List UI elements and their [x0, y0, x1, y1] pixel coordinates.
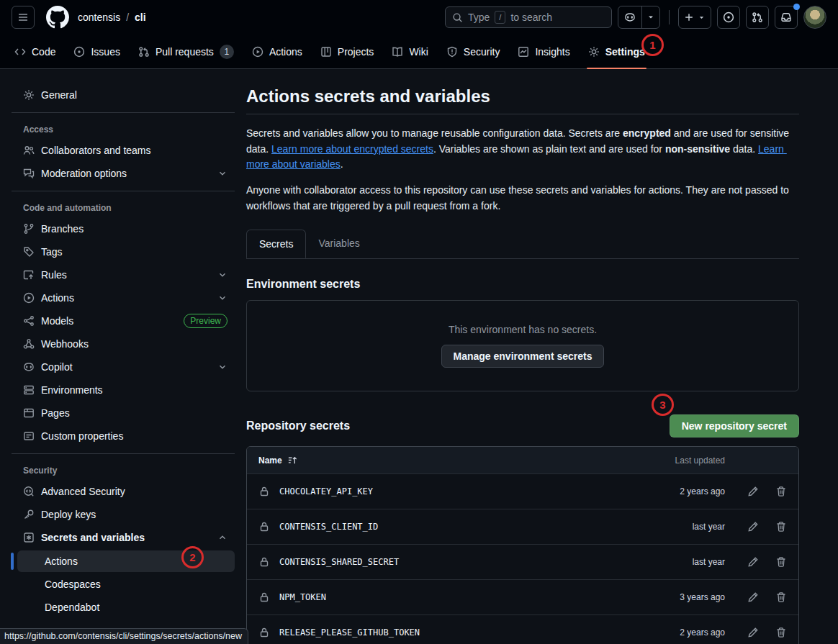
sidebar-item-label: Collaborators and teams: [41, 145, 151, 156]
tab-label: Actions: [269, 46, 302, 58]
topbar-divider: [669, 10, 670, 24]
copilot-split-button: [618, 6, 660, 29]
table-row: CONTENSIS_CLIENT_ID last year: [247, 509, 798, 544]
your-pull-requests-button[interactable]: [746, 6, 769, 29]
your-issues-button[interactable]: [717, 6, 740, 29]
tag-icon: [23, 246, 35, 258]
copilot-dropdown-button[interactable]: [641, 6, 659, 28]
tab-issues[interactable]: Issues: [68, 35, 125, 68]
sidebar-item-rules[interactable]: Rules: [12, 263, 235, 286]
manage-environment-secrets-button[interactable]: Manage environment secrets: [441, 345, 605, 368]
chevron-down-icon: [217, 270, 227, 280]
sidebar-item-environments[interactable]: Environments: [12, 378, 235, 402]
description-bold-non-sensitive: non-sensitive: [665, 143, 730, 155]
tab-label: Insights: [535, 46, 569, 58]
github-logo[interactable]: [46, 6, 69, 29]
column-last-updated-header: Last updated: [653, 455, 725, 466]
sidebar-item-label: Webhooks: [41, 338, 89, 350]
tab-wiki[interactable]: Wiki: [386, 35, 433, 68]
edit-secret-button[interactable]: [747, 627, 759, 638]
tab-insights[interactable]: Insights: [512, 35, 575, 68]
code-icon: [14, 46, 26, 58]
delete-secret-button[interactable]: [775, 486, 787, 497]
edit-secret-button[interactable]: [747, 486, 759, 497]
tab-pull-requests[interactable]: Pull requests 1: [132, 35, 240, 68]
sidebar-item-secrets-and-variables[interactable]: Secrets and variables: [12, 526, 235, 549]
sidebar-item-custom-properties[interactable]: Custom properties: [12, 425, 235, 448]
description-paragraph: Secrets and variables allow you to manag…: [246, 126, 799, 173]
breadcrumb-separator: /: [126, 12, 129, 23]
sidebar-subitem-codespaces[interactable]: Codespaces: [17, 573, 235, 595]
triangle-down-icon: [646, 13, 655, 22]
sidebar-item-webhooks[interactable]: Webhooks: [12, 332, 235, 355]
collaborator-paragraph: Anyone with collaborator access to this …: [246, 183, 799, 214]
plus-icon: [684, 12, 694, 22]
sidebar-item-moderation-options[interactable]: Moderation options: [12, 162, 235, 185]
delete-secret-button[interactable]: [775, 521, 787, 532]
tab-settings[interactable]: Settings: [582, 35, 651, 68]
delete-secret-button[interactable]: [775, 627, 787, 638]
link-encrypted-secrets[interactable]: Learn more about encrypted secrets: [271, 143, 433, 155]
sidebar-item-label: Rules: [41, 269, 67, 281]
sidebar-item-collaborators[interactable]: Collaborators and teams: [12, 139, 235, 162]
create-new-button[interactable]: [678, 6, 711, 29]
column-name-header: Name: [258, 455, 282, 466]
repo-nav: Code Issues Pull requests 1 Actions Proj…: [0, 35, 838, 69]
repository-secrets-header: Repository secrets New repository secret: [246, 414, 799, 437]
chevron-down-icon: [217, 293, 227, 303]
sidebar-item-models[interactable]: Models Preview: [12, 309, 235, 332]
sidebar-subitem-label: Actions: [45, 555, 78, 567]
delete-secret-button[interactable]: [775, 556, 787, 568]
sort-ascending-icon[interactable]: [287, 455, 298, 466]
sidebar-section-code-automation: Code and automation: [12, 197, 235, 217]
chevron-down-icon: [217, 168, 227, 178]
sidebar-item-label: General: [41, 89, 77, 101]
notification-dot: [793, 4, 800, 10]
delete-secret-button[interactable]: [775, 591, 787, 603]
new-repository-secret-button[interactable]: New repository secret: [670, 414, 799, 437]
play-icon: [23, 292, 35, 304]
sidebar-item-branches[interactable]: Branches: [12, 217, 235, 240]
sidebar-subitem-dependabot[interactable]: Dependabot: [17, 597, 235, 618]
shield-icon: [446, 46, 458, 58]
search-input[interactable]: Type / to search: [445, 6, 612, 28]
lock-icon: [258, 556, 270, 568]
sidebar-item-general[interactable]: General: [12, 83, 235, 106]
pull-requests-count-badge: 1: [220, 45, 234, 59]
secret-name: NPM_TOKEN: [279, 592, 326, 602]
tab-code[interactable]: Code: [9, 35, 61, 68]
edit-secret-button[interactable]: [747, 591, 759, 603]
tab-label: Issues: [91, 46, 120, 58]
hamburger-menu-button[interactable]: [12, 6, 35, 29]
breadcrumb-repo-link[interactable]: cli: [135, 12, 146, 23]
server-icon: [23, 384, 35, 396]
tab-actions[interactable]: Actions: [246, 35, 308, 68]
tab-secrets[interactable]: Secrets: [246, 230, 306, 258]
settings-sidebar: General Access Collaborators and teams M…: [0, 69, 246, 644]
pencil-icon: [747, 591, 759, 603]
hamburger-icon: [17, 12, 29, 23]
secret-name: CONTENSIS_CLIENT_ID: [279, 522, 378, 532]
pencil-icon: [747, 627, 759, 638]
sidebar-item-label: Advanced Security: [41, 486, 125, 497]
edit-secret-button[interactable]: [747, 556, 759, 568]
sidebar-item-label: Deploy keys: [41, 509, 96, 520]
tab-projects[interactable]: Projects: [315, 35, 380, 68]
avatar[interactable]: [803, 6, 826, 29]
sidebar-item-tags[interactable]: Tags: [12, 240, 235, 263]
sidebar-item-advanced-security[interactable]: Advanced Security: [12, 480, 235, 503]
search-slash-key: /: [495, 11, 505, 24]
page-body: General Access Collaborators and teams M…: [0, 69, 838, 644]
breadcrumb-org-link[interactable]: contensis: [78, 12, 120, 23]
sidebar-item-pages[interactable]: Pages: [12, 402, 235, 425]
sidebar-item-actions[interactable]: Actions: [12, 286, 235, 309]
sidebar-item-copilot[interactable]: Copilot: [12, 355, 235, 378]
sidebar-item-deploy-keys[interactable]: Deploy keys: [12, 503, 235, 526]
edit-secret-button[interactable]: [747, 521, 759, 532]
tab-variables[interactable]: Variables: [306, 230, 371, 258]
tab-security[interactable]: Security: [441, 35, 506, 68]
sidebar-item-label: Environments: [41, 384, 103, 396]
sidebar-section-access: Access: [12, 119, 235, 139]
copilot-icon: [23, 361, 35, 373]
copilot-button[interactable]: [618, 6, 641, 28]
